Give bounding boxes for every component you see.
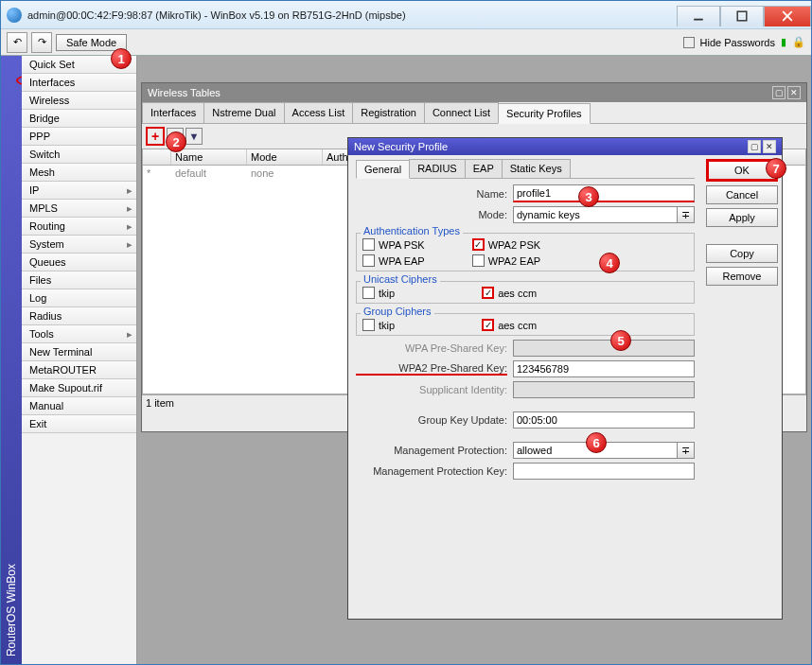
mode-select[interactable]: [513, 206, 678, 223]
lock-icon: ▮: [781, 36, 786, 48]
wpa-key-label: WPA Pre-Shared Key:: [356, 342, 507, 354]
wpa2-key-input[interactable]: [513, 360, 695, 377]
chevron-right-icon: ▸: [127, 238, 132, 251]
col-flag[interactable]: [143, 149, 171, 165]
minimize-button[interactable]: [677, 6, 720, 26]
wt-restore-button[interactable]: ▢: [772, 86, 786, 99]
close-button[interactable]: [764, 6, 811, 26]
remove-button[interactable]: Remove: [706, 267, 778, 286]
app-icon: [7, 8, 22, 23]
callout-badge-7: 7: [766, 158, 786, 179]
hide-passwords-label: Hide Passwords: [700, 37, 775, 48]
unicast-aes-checkbox[interactable]: [482, 287, 494, 299]
callout-badge-6: 6: [586, 432, 607, 453]
redo-button[interactable]: ↷: [31, 32, 52, 53]
gku-input[interactable]: [513, 411, 695, 429]
wpa-key-input: [513, 340, 695, 357]
callout-badge-3: 3: [578, 186, 599, 207]
menu-routing[interactable]: Routing▸: [22, 218, 136, 236]
wt-close-button[interactable]: ✕: [787, 86, 801, 99]
menu-system[interactable]: System▸: [22, 236, 136, 254]
mpk-input[interactable]: [513, 463, 695, 480]
menu-switch[interactable]: Switch: [22, 146, 136, 164]
tab-registration[interactable]: Registration: [352, 102, 425, 123]
group-tkip-checkbox[interactable]: [362, 319, 375, 331]
tab-nstreme-dual[interactable]: Nstreme Dual: [203, 102, 284, 123]
supplicant-input: [513, 381, 695, 398]
workspace: Wireless Tables ▢ ✕ Interfaces Nstreme D…: [137, 56, 811, 664]
menu-bridge[interactable]: Bridge: [22, 110, 136, 128]
nsp-restore-button[interactable]: ▢: [748, 140, 761, 153]
tab-general[interactable]: General: [356, 160, 410, 179]
window-title: admin@00:0C:42:F9:98:87 (MikroTik) - Win…: [27, 9, 677, 21]
maximize-button[interactable]: [720, 6, 764, 26]
apply-button[interactable]: Apply: [706, 208, 778, 227]
group-aes-checkbox[interactable]: [482, 319, 494, 331]
undo-button[interactable]: ↶: [7, 32, 27, 53]
col-name[interactable]: Name: [171, 149, 247, 165]
callout-badge-1: 1: [111, 48, 132, 69]
menu-tools[interactable]: Tools▸: [22, 325, 136, 343]
unicast-tkip-checkbox[interactable]: [362, 287, 375, 299]
tab-security-profiles[interactable]: Security Profiles: [498, 103, 590, 124]
menu-queues[interactable]: Queues: [22, 254, 136, 271]
gku-label: Group Key Update:: [356, 414, 507, 426]
menu-exit[interactable]: Exit: [22, 415, 136, 433]
menu-interfaces[interactable]: Interfaces: [22, 74, 136, 92]
mode-dropdown-button[interactable]: ∓: [678, 206, 695, 223]
menu-ppp[interactable]: PPP: [22, 128, 136, 146]
menu-wireless[interactable]: Wireless: [22, 92, 136, 110]
wt-tabs: Interfaces Nstreme Dual Access List Regi…: [142, 102, 806, 124]
chevron-right-icon: ▸: [127, 328, 132, 341]
tab-interfaces[interactable]: Interfaces: [142, 102, 204, 123]
tab-radius[interactable]: RADIUS: [409, 159, 466, 178]
wireless-tables-title: Wireless Tables: [148, 87, 221, 98]
chevron-right-icon: ▸: [127, 202, 132, 215]
menu-ip[interactable]: IP▸: [22, 182, 136, 200]
name-input[interactable]: [513, 184, 695, 202]
name-label: Name:: [356, 188, 507, 200]
menu-mpls[interactable]: MPLS▸: [22, 200, 136, 218]
filter-button[interactable]: ▼: [185, 128, 203, 145]
titlebar: admin@00:0C:42:F9:98:87 (MikroTik) - Win…: [1, 1, 811, 29]
menu-make-supout[interactable]: Make Supout.rif: [22, 379, 136, 397]
mpk-label: Management Protection Key:: [356, 465, 507, 477]
new-security-profile-window: New Security Profile ▢ ✕ General RADIUS …: [347, 137, 783, 620]
svg-rect-1: [737, 11, 747, 21]
menu-files[interactable]: Files: [22, 271, 136, 289]
callout-badge-4: 4: [599, 253, 620, 273]
supplicant-label: Supplicant Identity:: [356, 384, 507, 395]
wpa-psk-checkbox[interactable]: [362, 238, 375, 251]
cancel-button[interactable]: Cancel: [706, 185, 778, 204]
mp-dropdown-button[interactable]: ∓: [678, 442, 695, 459]
wpa-eap-checkbox[interactable]: [362, 254, 375, 267]
tab-eap[interactable]: EAP: [465, 159, 503, 178]
side-strip: RouterOS WinBox: [1, 56, 22, 664]
copy-button[interactable]: Copy: [706, 244, 778, 263]
callout-badge-2: 2: [166, 131, 186, 152]
menu-metarouter[interactable]: MetaROUTER: [22, 361, 136, 379]
menu-radius[interactable]: Radius: [22, 307, 136, 325]
chevron-right-icon: ▸: [127, 220, 132, 233]
menu-manual[interactable]: Manual: [22, 397, 136, 415]
auth-types-group: Authentication Types WPA PSK WPA2 PSK WP…: [356, 233, 695, 271]
mp-label: Management Protection:: [356, 445, 507, 456]
chevron-right-icon: ▸: [127, 184, 132, 197]
tab-access-list[interactable]: Access List: [284, 102, 354, 123]
menu-new-terminal[interactable]: New Terminal: [22, 343, 136, 361]
unicast-ciphers-group: Unicast Ciphers tkip aes ccm: [356, 281, 695, 304]
secure-icon: 🔒: [792, 36, 805, 48]
wpa2-psk-checkbox[interactable]: [472, 238, 485, 251]
wpa2-eap-checkbox[interactable]: [472, 254, 485, 267]
tab-connect-list[interactable]: Connect List: [424, 102, 499, 123]
add-button[interactable]: +: [146, 127, 165, 146]
nsp-close-button[interactable]: ✕: [763, 140, 776, 153]
menu-mesh[interactable]: Mesh: [22, 164, 136, 182]
app-window: admin@00:0C:42:F9:98:87 (MikroTik) - Win…: [0, 0, 812, 665]
group-ciphers-group: Group Ciphers tkip aes ccm: [356, 313, 695, 336]
tab-static-keys[interactable]: Static Keys: [502, 159, 571, 178]
menu-log[interactable]: Log: [22, 289, 136, 307]
hide-passwords-checkbox[interactable]: [683, 37, 695, 48]
col-mode[interactable]: Mode: [247, 149, 323, 165]
wpa2-key-label: WPA2 Pre-Shared Key:: [356, 362, 507, 376]
